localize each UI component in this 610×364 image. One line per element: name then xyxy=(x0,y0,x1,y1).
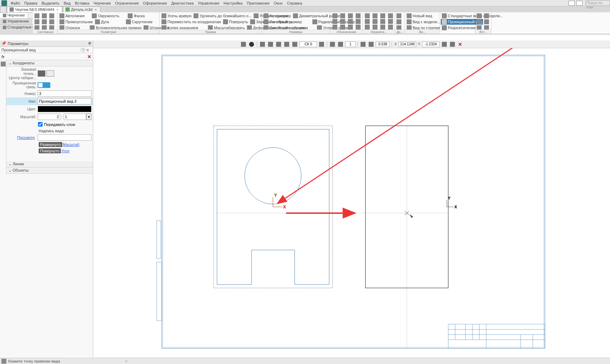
move-button[interactable]: Переместить по координатам xyxy=(160,19,222,25)
constr-btn[interactable] xyxy=(387,19,394,24)
scale-input[interactable] xyxy=(345,41,356,47)
close-icon[interactable]: × xyxy=(56,7,60,12)
menu-window[interactable]: Окно xyxy=(272,1,285,5)
tb-btn[interactable] xyxy=(441,41,448,47)
y-input[interactable] xyxy=(422,41,440,47)
anno-btn[interactable] xyxy=(347,13,354,19)
window-minimize-icon[interactable] xyxy=(568,1,575,6)
name-input[interactable] xyxy=(38,98,91,104)
menu-select[interactable]: Выделить xyxy=(39,1,62,5)
rect-button[interactable]: Прямоугольник xyxy=(58,19,94,25)
anno-btn[interactable] xyxy=(339,13,347,19)
menu-draw[interactable]: Черчение xyxy=(91,1,113,5)
constr-btn[interactable] xyxy=(379,19,387,24)
panel-pin-icon[interactable]: 📌 xyxy=(1,41,6,46)
anno-btn[interactable] xyxy=(347,19,354,24)
menu-edit[interactable]: Правка xyxy=(22,1,39,5)
anno-btn[interactable] xyxy=(339,24,347,30)
open-button[interactable] xyxy=(41,13,49,19)
constr-btn[interactable] xyxy=(363,13,371,19)
scale-dropdown[interactable]: ▾ xyxy=(86,114,91,120)
pass-layers-checkbox[interactable] xyxy=(38,122,43,127)
color-select[interactable] xyxy=(38,106,91,112)
section-lines[interactable]: Линии xyxy=(6,161,93,167)
status-close-icon[interactable]: × xyxy=(125,359,127,363)
mode-drawing[interactable]: Черчение xyxy=(0,13,28,18)
mode-manage[interactable]: Управление xyxy=(0,19,32,24)
preview-input[interactable] xyxy=(38,134,91,141)
tb-btn[interactable] xyxy=(283,41,290,47)
tb-btn[interactable] xyxy=(449,41,456,47)
tb-btn[interactable] xyxy=(318,41,325,47)
menu-insert[interactable]: Вставка xyxy=(73,1,91,5)
anno-btn[interactable] xyxy=(331,13,339,19)
tab-chertezh[interactable]: Чертеж БЕЗ ИМЕНИ4 × xyxy=(7,6,62,12)
props-button[interactable] xyxy=(49,19,56,25)
tb-btn[interactable] xyxy=(291,41,298,47)
menu-diag[interactable]: Диагностика xyxy=(169,1,196,5)
anno-btn[interactable] xyxy=(339,19,347,24)
ins-btn[interactable] xyxy=(476,19,483,25)
modelview-button[interactable]: Вид с модели... xyxy=(406,19,441,25)
close-icon[interactable]: ✕ xyxy=(87,54,91,59)
tab-detal[interactable]: Деталь.m3d × xyxy=(63,6,101,12)
tb-btn[interactable] xyxy=(248,41,255,47)
constr-btn[interactable] xyxy=(371,24,379,30)
save-button[interactable] xyxy=(49,13,56,19)
section-objects[interactable]: Объекты xyxy=(6,167,93,174)
autodim-button[interactable]: Авторазмер xyxy=(262,13,292,19)
projection-link-toggle[interactable] xyxy=(38,82,50,88)
menu-constraints[interactable]: Ограничения xyxy=(113,1,141,5)
constr-btn[interactable] xyxy=(379,24,387,30)
x-input[interactable] xyxy=(399,41,416,47)
menu-manage[interactable]: Управление xyxy=(196,1,221,5)
section-coords[interactable]: Координаты xyxy=(6,60,93,66)
new-doc-button[interactable] xyxy=(34,13,41,19)
print-button[interactable] xyxy=(34,19,41,25)
menu-format[interactable]: Оформление xyxy=(141,1,169,5)
basepoint-btn-2[interactable] xyxy=(46,70,54,77)
chamfer-button[interactable]: Фаска xyxy=(127,13,146,19)
zoom-out-button[interactable] xyxy=(360,41,367,47)
diag-btn[interactable] xyxy=(396,19,403,25)
constr-btn[interactable] xyxy=(371,19,379,24)
menu-icon[interactable]: ≡ xyxy=(87,48,91,52)
angle-link[interactable]: Угол xyxy=(62,149,71,153)
newview-button[interactable]: Новый вид xyxy=(406,13,433,19)
anno-btn[interactable] xyxy=(354,24,362,30)
scale-den-input[interactable] xyxy=(64,114,86,120)
tb-btn[interactable] xyxy=(259,41,266,47)
ins-btn[interactable] xyxy=(476,13,483,19)
close-icon[interactable]: × xyxy=(95,7,98,12)
constr-btn[interactable] xyxy=(371,13,379,19)
diag-btn[interactable] xyxy=(396,13,403,19)
tb-btn[interactable] xyxy=(275,41,282,47)
vtab-icon[interactable] xyxy=(1,62,6,66)
autoline-button[interactable]: Автолиния xyxy=(58,13,85,19)
gear-icon[interactable]: ⚙ xyxy=(88,41,91,46)
number-input[interactable] xyxy=(38,90,91,97)
zoom-input[interactable] xyxy=(376,41,390,47)
scale-link[interactable]: Масштаб xyxy=(63,142,81,147)
preview-button[interactable] xyxy=(41,19,49,25)
anno-btn[interactable] xyxy=(331,24,339,30)
drawing-canvas[interactable]: Y X Y X xyxy=(93,48,610,357)
menu-apps[interactable]: Приложения xyxy=(245,1,272,5)
command-search[interactable]: Поиск по ком xyxy=(585,0,610,6)
constr-btn[interactable] xyxy=(363,24,371,30)
tb-btn[interactable] xyxy=(240,41,247,47)
lindim-button[interactable]: Линейный размер xyxy=(262,19,303,25)
menu-view[interactable]: Вид xyxy=(62,1,73,5)
constr-btn[interactable] xyxy=(363,19,371,24)
help-icon[interactable]: ? xyxy=(81,48,85,52)
fillet-button[interactable]: Скругление xyxy=(125,19,154,25)
window-restore-icon[interactable] xyxy=(576,1,583,6)
section-button[interactable]: Разрез/сечение xyxy=(441,25,477,31)
ins-btn[interactable] xyxy=(483,19,491,25)
anno-btn[interactable] xyxy=(354,13,362,19)
menu-help[interactable]: Справка xyxy=(285,1,304,5)
tb-btn[interactable] xyxy=(267,41,274,47)
stdviews-button[interactable]: Стандартные виды с модели... xyxy=(441,13,504,19)
circle-button[interactable]: Окружность xyxy=(91,13,120,19)
preview-link[interactable]: Просмотр xyxy=(17,135,36,140)
